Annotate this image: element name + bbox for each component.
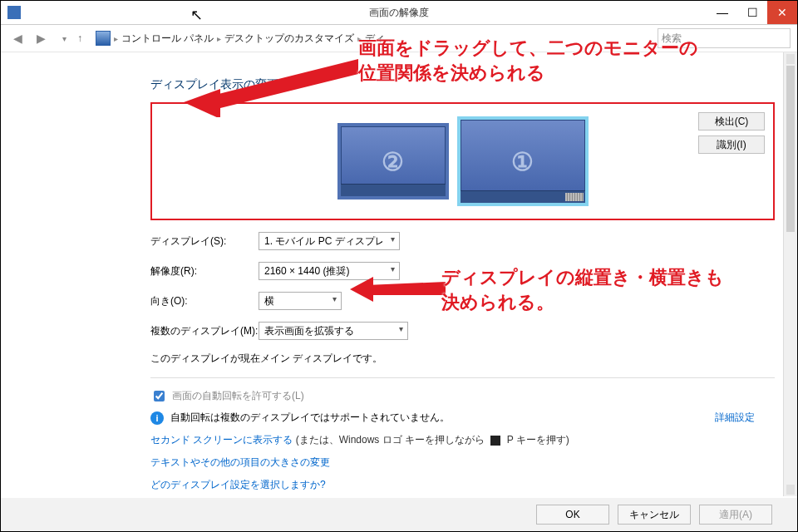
up-button[interactable]: ↑ bbox=[77, 32, 92, 44]
multi-display-select[interactable]: 表示画面を拡張する bbox=[259, 322, 408, 340]
close-button[interactable]: ✕ bbox=[767, 1, 797, 24]
autorotate-info: 自動回転は複数のディスプレイではサポートされていません。 bbox=[170, 411, 450, 425]
nav-bar: ◀ ▶ ▾ ↑ ▸ コントロール パネル ▸ デスクトップのカスタマイズ ▸ デ… bbox=[1, 25, 797, 52]
windows-key-icon bbox=[490, 436, 500, 446]
resolution-label: 解像度(R): bbox=[150, 264, 259, 278]
pc-icon bbox=[96, 31, 111, 46]
orientation-label: 向き(O): bbox=[150, 294, 259, 308]
identify-button[interactable]: 識別(I) bbox=[698, 135, 765, 154]
search-placeholder: 検索 bbox=[662, 32, 682, 46]
monitor-1[interactable]: ① bbox=[457, 116, 589, 206]
keyboard-icon bbox=[565, 193, 584, 201]
text-size-link[interactable]: テキストやその他の項目の大きさの変更 bbox=[150, 456, 775, 470]
monitor-2[interactable]: ② bbox=[337, 123, 449, 200]
autorotate-checkbox[interactable]: 画面の自動回転を許可する(L) bbox=[150, 388, 775, 404]
svg-marker-2 bbox=[367, 282, 446, 295]
window-title: 画面の解像度 bbox=[1, 1, 797, 24]
scrollbar[interactable] bbox=[783, 52, 797, 496]
ok-button[interactable]: OK bbox=[536, 505, 609, 525]
window-controls: — ☐ ✕ bbox=[707, 1, 797, 24]
main-display-note: このディスプレイが現在メイン ディスプレイです。 bbox=[150, 352, 775, 366]
monitor-arrangement-area[interactable]: ② ① 検出(C) 識別(I) bbox=[150, 102, 775, 220]
svg-marker-3 bbox=[350, 277, 373, 302]
multi-display-label: 複数のディスプレイ(M): bbox=[150, 324, 259, 338]
second-screen-link[interactable]: セカンド スクリーンに表示する (または、Windows ロゴ キーを押しながら… bbox=[150, 433, 775, 447]
info-icon: i bbox=[150, 411, 164, 425]
forward-button[interactable]: ▶ bbox=[31, 28, 51, 48]
crumb-current[interactable]: ディ… bbox=[365, 32, 395, 46]
app-icon bbox=[7, 6, 21, 19]
cursor-icon: ↖ bbox=[190, 6, 203, 24]
advanced-settings-link[interactable]: 詳細設定 bbox=[715, 411, 755, 425]
minimize-button[interactable]: — bbox=[707, 1, 737, 24]
breadcrumb[interactable]: ▸ コントロール パネル ▸ デスクトップのカスタマイズ ▸ ディ… bbox=[114, 32, 395, 46]
maximize-button[interactable]: ☐ bbox=[737, 1, 767, 24]
title-bar: 画面の解像度 — ☐ ✕ bbox=[1, 1, 797, 25]
annotation-arrow-right bbox=[350, 277, 446, 302]
cancel-button[interactable]: キャンセル bbox=[618, 505, 691, 525]
annotation-arrow-top bbox=[184, 59, 367, 117]
autorotate-input[interactable] bbox=[154, 391, 165, 401]
crumb-customize[interactable]: デスクトップのカスタマイズ bbox=[224, 32, 354, 46]
dialog-footer: OK キャンセル 適用(A) bbox=[1, 498, 797, 531]
svg-marker-1 bbox=[184, 89, 220, 117]
which-setting-link[interactable]: どのディスプレイ設定を選択しますか? bbox=[150, 478, 775, 492]
crumb-control-panel[interactable]: コントロール パネル bbox=[121, 32, 214, 46]
back-button[interactable]: ◀ bbox=[7, 28, 27, 48]
orientation-select[interactable]: 横 bbox=[259, 292, 342, 310]
display-select[interactable]: 1. モバイル PC ディスプレイ bbox=[259, 232, 400, 250]
apply-button[interactable]: 適用(A) bbox=[699, 505, 772, 525]
history-dropdown[interactable]: ▾ bbox=[54, 28, 74, 48]
display-label: ディスプレイ(S): bbox=[150, 234, 259, 249]
search-input[interactable]: 検索 bbox=[658, 28, 791, 48]
detect-button[interactable]: 検出(C) bbox=[698, 112, 765, 131]
